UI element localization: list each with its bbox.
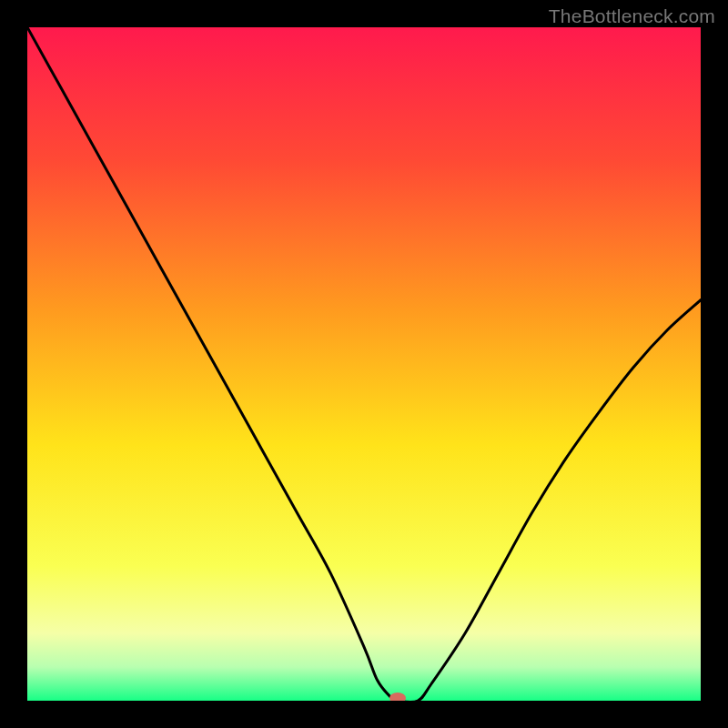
plot-area: [27, 27, 701, 701]
chart-background: [27, 27, 701, 701]
chart-container: TheBottleneck.com: [0, 0, 728, 728]
watermark-text: TheBottleneck.com: [549, 5, 715, 27]
chart-svg: [27, 27, 701, 701]
